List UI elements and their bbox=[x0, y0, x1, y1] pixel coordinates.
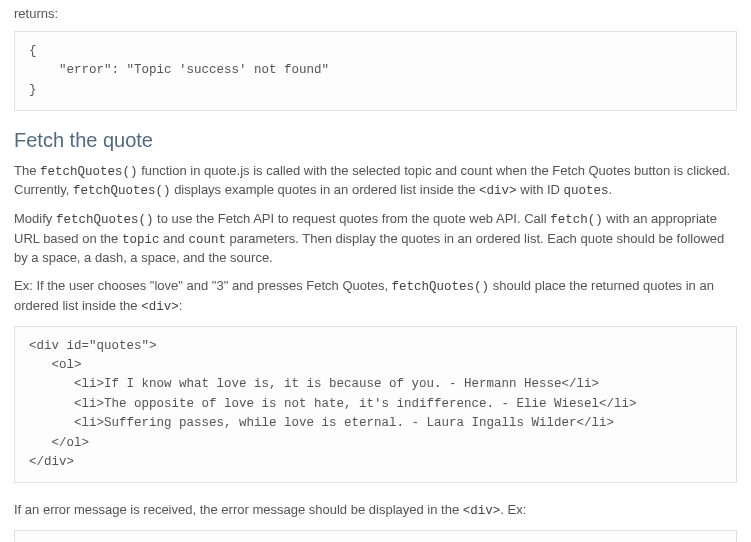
code-div: <div> bbox=[141, 300, 179, 314]
code-fetchquotes: fetchQuotes() bbox=[56, 213, 154, 227]
paragraph-example-love: Ex: If the user chooses "love" and "3" a… bbox=[14, 277, 737, 315]
text: to use the Fetch API to request quotes f… bbox=[153, 211, 550, 226]
paragraph-error-case: If an error message is received, the err… bbox=[14, 501, 737, 520]
code-fetchquotes: fetchQuotes() bbox=[392, 280, 490, 294]
code-fetch: fetch() bbox=[550, 213, 603, 227]
code-div: <div> bbox=[463, 504, 501, 518]
code-topic: topic bbox=[122, 233, 160, 247]
text: . bbox=[609, 182, 613, 197]
code-fetchquotes: fetchQuotes() bbox=[73, 184, 171, 198]
paragraph-modify-fetchquotes: Modify fetchQuotes() to use the Fetch AP… bbox=[14, 210, 737, 267]
text: If an error message is received, the err… bbox=[14, 502, 463, 517]
heading-fetch-the-quote: Fetch the quote bbox=[14, 129, 737, 152]
paragraph-intro-fetchquotes: The fetchQuotes() function in quote.js i… bbox=[14, 162, 737, 200]
code-count: count bbox=[188, 233, 226, 247]
code-div: <div> bbox=[479, 184, 517, 198]
code-block-error-div: <div id="quotes"> Topic 'success' not fo… bbox=[14, 530, 737, 542]
code-block-error-json: { "error": "Topic 'success' not found" } bbox=[14, 31, 737, 111]
code-quotes: quotes bbox=[564, 184, 609, 198]
text: The bbox=[14, 163, 40, 178]
text: Ex: If the user chooses "love" and "3" a… bbox=[14, 278, 392, 293]
text: Modify bbox=[14, 211, 56, 226]
text: with ID bbox=[517, 182, 564, 197]
code-block-quotes-list: <div id="quotes"> <ol> <li>If I know wha… bbox=[14, 326, 737, 484]
text: . Ex: bbox=[500, 502, 526, 517]
text: and bbox=[159, 231, 188, 246]
returns-label: returns: bbox=[14, 6, 737, 21]
text: displays example quotes in an ordered li… bbox=[171, 182, 480, 197]
code-fetchquotes: fetchQuotes() bbox=[40, 165, 138, 179]
text: : bbox=[179, 298, 183, 313]
